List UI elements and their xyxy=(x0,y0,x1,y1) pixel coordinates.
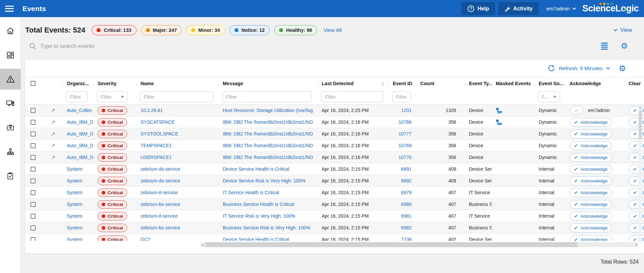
col-masked-events[interactable]: Masked Events xyxy=(492,81,535,86)
acknowledge-button[interactable]: ✔Acknowledge xyxy=(570,153,612,162)
row-checkbox[interactable] xyxy=(31,167,36,172)
col-event-id[interactable]: Event ID xyxy=(389,81,416,86)
filter-event-id-input[interactable] xyxy=(392,91,411,102)
row-checkbox[interactable] xyxy=(31,214,36,219)
refresh-interval-label[interactable]: Refresh: 5 Minutes xyxy=(559,65,602,71)
row-checkbox[interactable] xyxy=(31,237,36,241)
sidebar-item-tickets[interactable] xyxy=(0,165,21,186)
acknowledge-button[interactable]: ✔Acknowledge xyxy=(570,176,612,185)
open-event-icon[interactable]: ↗ xyxy=(51,119,55,126)
view-dropdown[interactable]: View xyxy=(613,27,632,33)
event-id-link[interactable]: 10769 xyxy=(398,143,412,148)
col-acknowledge[interactable]: Acknowledge xyxy=(566,81,625,86)
scroll-up-icon[interactable]: ▲ xyxy=(638,105,642,109)
sidebar-item-business-services[interactable] xyxy=(0,117,21,138)
search-settings-gear-icon[interactable]: ⚙ xyxy=(621,42,628,50)
event-message-link[interactable]: Business Service Health is Critical xyxy=(223,202,294,207)
event-id-link[interactable]: 1201 xyxy=(401,108,412,113)
row-checkbox[interactable] xyxy=(31,178,36,183)
entity-name-link[interactable]: zebrium-bs-service xyxy=(141,202,180,207)
entity-name-link[interactable]: TEMPSPACE1 xyxy=(141,143,172,148)
row-checkbox[interactable] xyxy=(31,190,36,195)
organization-link[interactable]: Auto_Collec xyxy=(67,108,92,113)
col-last-detected[interactable]: Last Detected↓ xyxy=(318,80,389,87)
entity-name-link[interactable]: SYSCATSPACE xyxy=(141,119,174,125)
organization-link[interactable]: System xyxy=(67,202,83,207)
entity-name-link[interactable]: zebrium-ds-service xyxy=(141,166,180,172)
acknowledge-button[interactable]: ✔Acknowledge xyxy=(570,223,612,232)
col-event-type[interactable]: Event Ty... xyxy=(465,81,492,86)
event-id-link[interactable]: 6980 xyxy=(401,202,412,207)
entity-name-link[interactable]: zebrium-it-service xyxy=(141,190,177,195)
entity-name-link[interactable]: zebrium-it-service xyxy=(141,213,177,219)
col-name[interactable]: Name xyxy=(137,81,219,86)
filter-name-input[interactable] xyxy=(140,91,213,102)
col-clear[interactable]: Clear xyxy=(625,81,644,86)
filter-organization-input[interactable] xyxy=(66,91,88,102)
horizontal-scrollbar[interactable]: ◂ ▸ xyxy=(201,242,639,247)
filter-severity-select[interactable]: Filter xyxy=(97,91,128,102)
entity-name-link[interactable]: SYSTOOLSPACE xyxy=(141,131,178,136)
entity-name-link[interactable]: zebrium-ds-service xyxy=(141,178,180,183)
sidebar-item-maps[interactable] xyxy=(0,141,21,162)
organization-link[interactable]: Auto_IBM_D xyxy=(67,131,93,136)
row-checkbox[interactable] xyxy=(31,143,36,148)
event-message-link[interactable]: Device Service Health is Critical xyxy=(223,166,289,172)
severity-badge-notice[interactable]: Notice: 12 xyxy=(229,25,270,35)
organization-link[interactable]: System xyxy=(67,190,83,195)
acknowledge-button[interactable]: ✔Acknowledge xyxy=(570,141,612,150)
col-severity[interactable]: Severity xyxy=(94,81,137,86)
refresh-icon[interactable] xyxy=(548,65,555,72)
event-message-link[interactable]: Device Service Health is Critical xyxy=(223,237,289,241)
vertical-scrollbar[interactable]: ▲ xyxy=(638,105,642,243)
event-message-link[interactable]: IT Service Health is Critical xyxy=(223,190,279,195)
entity-name-link[interactable]: GC2 xyxy=(141,237,150,241)
view-all-link[interactable]: View All xyxy=(323,27,341,33)
event-id-link[interactable]: 6892 xyxy=(401,178,412,183)
entity-name-link[interactable]: zebrium-bs-service xyxy=(141,225,180,230)
organization-link[interactable]: System xyxy=(67,213,83,219)
event-message-link[interactable]: Business Service Risk is Very High: 100% xyxy=(223,225,310,230)
event-id-link[interactable]: 6979 xyxy=(401,190,412,195)
chevron-down-icon[interactable] xyxy=(606,67,610,70)
masked-events-icon[interactable] xyxy=(496,119,502,125)
sort-descending-icon[interactable]: ↓ xyxy=(381,80,389,87)
help-button[interactable]: ? Help xyxy=(462,2,495,15)
list-options-icon[interactable] xyxy=(601,43,608,50)
event-id-link[interactable]: 10777 xyxy=(398,131,412,136)
activity-button[interactable]: Activity xyxy=(498,2,539,15)
row-checkbox[interactable] xyxy=(31,202,36,207)
organization-link[interactable]: System xyxy=(67,225,83,230)
acknowledge-button[interactable]: ✔Acknowledge xyxy=(570,188,612,197)
organization-link[interactable]: Auto_IBM_D xyxy=(67,155,93,160)
row-checkbox[interactable] xyxy=(31,108,36,113)
severity-badge-critical[interactable]: Critical: 133 xyxy=(92,25,136,35)
menu-icon[interactable] xyxy=(5,6,14,12)
organization-link[interactable]: Auto_IBM_D xyxy=(67,143,93,148)
row-checkbox[interactable] xyxy=(31,120,36,125)
col-event-source[interactable]: Event So... xyxy=(535,81,566,86)
col-message[interactable]: Message xyxy=(219,81,318,86)
entity-name-link[interactable]: USERSPACE1 xyxy=(141,155,172,160)
row-checkbox[interactable] xyxy=(31,225,36,230)
select-all-checkbox[interactable] xyxy=(31,81,36,86)
sidebar-item-dashboards[interactable] xyxy=(0,45,21,65)
acknowledged-button[interactable]: ✓ xyxy=(570,106,584,115)
masked-events-icon[interactable] xyxy=(496,107,502,114)
horizontal-scrollbar-thumb[interactable] xyxy=(205,242,577,247)
acknowledge-button[interactable]: ✔Acknowledge xyxy=(570,212,612,221)
event-message-link[interactable]: IBM: DB2 The /home/db2inst1/db2inst1/NO xyxy=(223,131,313,136)
entity-name-link[interactable]: 10.2.26.61 xyxy=(141,108,163,113)
severity-badge-healthy[interactable]: Healthy: 98 xyxy=(274,25,317,35)
scroll-left-icon[interactable]: ◂ xyxy=(202,242,204,247)
event-id-link[interactable]: 7238 xyxy=(401,237,412,241)
vertical-scrollbar-thumb[interactable] xyxy=(639,110,642,140)
open-event-icon[interactable]: ↗ xyxy=(51,130,55,138)
sidebar-item-home[interactable] xyxy=(0,20,21,41)
organization-link[interactable]: Auto_IBM_D xyxy=(67,119,93,125)
event-message-link[interactable]: Host Resource: Storage Utilization (/var… xyxy=(223,108,313,113)
organization-link[interactable]: System xyxy=(67,237,83,241)
severity-badge-major[interactable]: Major: 247 xyxy=(141,25,182,35)
filter-message-input[interactable] xyxy=(222,91,312,102)
event-message-link[interactable]: IBM: DB2 The /home/db2inst1/db2inst1/NO xyxy=(223,119,313,125)
